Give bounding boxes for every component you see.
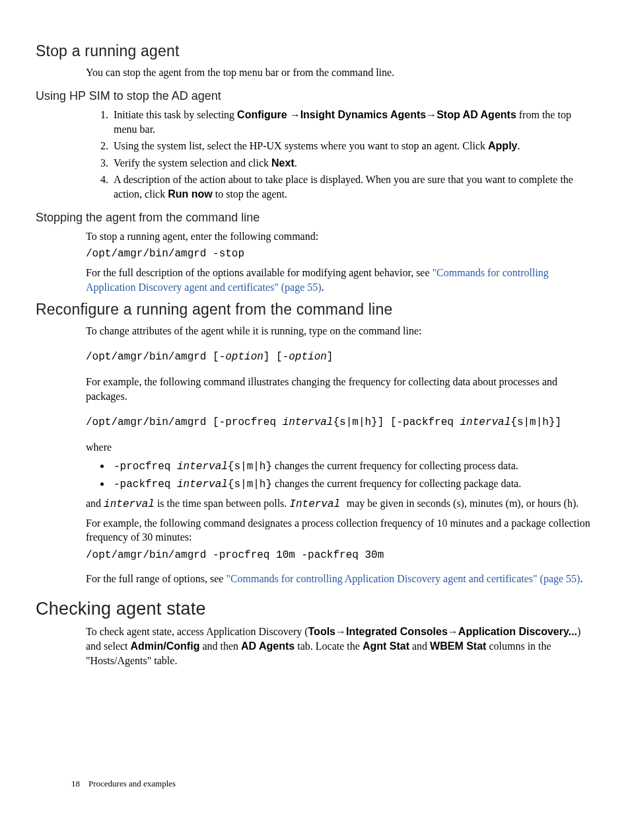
arrow-icon: →	[287, 109, 300, 120]
text: may be given in seconds (s), minutes (m)…	[347, 498, 578, 509]
arrow-icon: →	[448, 626, 458, 637]
menu-integrated-consoles: Integrated Consoles	[346, 626, 448, 637]
paragraph: and interval is the time span between po…	[86, 496, 594, 512]
code: {s|m|h}]	[510, 416, 561, 428]
text: Verify the system selection and click	[114, 157, 271, 169]
button-label-run-now: Run now	[168, 188, 213, 200]
code-placeholder: interval	[460, 416, 511, 428]
heading-stop-running-agent: Stop a running agent	[36, 41, 594, 61]
code: /opt/amgr/bin/amgrd [-	[86, 351, 225, 363]
text: is the time span between polls.	[155, 498, 289, 509]
paragraph: You can stop the agent from the top menu…	[86, 65, 594, 80]
menu-configure: Configure	[237, 109, 287, 120]
code-placeholder: Interval	[289, 498, 346, 510]
code-placeholder: interval	[104, 498, 155, 510]
paragraph: For example, the following command desig…	[86, 516, 594, 545]
code-command: /opt/amgr/bin/amgrd -procfreq 10m -packf…	[86, 549, 594, 563]
code: ]	[327, 351, 333, 363]
page-footer: 18 Procedures and examples	[71, 778, 176, 790]
text: To check agent state, access Application…	[86, 626, 308, 637]
button-label-next: Next	[271, 157, 295, 169]
text: For the full range of options, see	[86, 573, 226, 584]
text: .	[295, 157, 297, 169]
list-item: A description of the action about to tak…	[111, 172, 594, 201]
code: {s|m|h}] [-packfreq	[333, 416, 460, 428]
code: -packfreq	[114, 478, 177, 490]
menu-stop-ad-agents: Stop AD Agents	[437, 109, 516, 120]
text: and	[409, 640, 430, 652]
text: Initiate this task by selecting	[114, 109, 237, 120]
column-agnt-stat: Agnt Stat	[363, 640, 409, 652]
menu-insight-dynamics: Insight Dynamics Agents	[300, 109, 427, 120]
paragraph: For example, the following command illus…	[86, 375, 594, 403]
code-placeholder: interval	[177, 461, 228, 473]
code: /opt/amgr/bin/amgrd [-procfreq	[86, 416, 283, 428]
code: {s|m|h}	[228, 478, 272, 490]
footer-section: Procedures and examples	[88, 779, 176, 788]
heading-reconfigure-agent: Reconfigure a running agent from the com…	[36, 299, 594, 320]
code-placeholder: interval	[177, 478, 228, 490]
heading-using-hp-sim: Using HP SIM to stop the AD agent	[36, 88, 594, 104]
tab-ad-agents: AD Agents	[241, 640, 295, 652]
text: For the full description of the options …	[86, 267, 433, 278]
list-item: Verify the system selection and click Ne…	[111, 156, 594, 171]
list-item: -packfreq interval{s|m|h} changes the cu…	[111, 477, 594, 492]
list-item: -procfreq interval{s|m|h} changes the cu…	[111, 459, 594, 475]
tab-admin-config: Admin/Config	[131, 640, 200, 652]
paragraph: For the full range of options, see "Comm…	[86, 572, 594, 586]
arrow-icon: →	[335, 626, 346, 637]
text: .	[322, 282, 324, 293]
text: and	[86, 498, 104, 509]
code-example: /opt/amgr/bin/amgrd [-procfreq interval{…	[86, 414, 594, 430]
text: .	[517, 140, 520, 151]
code-command: /opt/amgr/bin/amgrd -stop	[86, 247, 594, 262]
code: {s|m|h}	[228, 461, 272, 473]
link-commands-page-55[interactable]: "Commands for controlling Application Di…	[226, 573, 580, 584]
text: and then	[199, 640, 241, 652]
list-item: Initiate this task by selecting Configur…	[111, 108, 594, 136]
text: changes the current frequency for collec…	[272, 478, 521, 489]
paragraph: To stop a running agent, enter the follo…	[86, 229, 594, 244]
menu-application-discovery: Application Discovery...	[458, 626, 577, 637]
text: tab. Locate the	[295, 640, 363, 652]
text: .	[580, 573, 582, 584]
code-syntax: /opt/amgr/bin/amgrd [-option] [-option]	[86, 349, 594, 365]
paragraph: For the full description of the options …	[86, 266, 594, 294]
page-number: 18	[71, 779, 80, 788]
code: -procfreq	[114, 461, 177, 473]
paragraph: where	[86, 440, 594, 455]
paragraph: To check agent state, access Application…	[86, 625, 594, 668]
arrow-icon: →	[426, 109, 437, 120]
unordered-list: -procfreq interval{s|m|h} changes the cu…	[86, 459, 594, 492]
column-wbem-stat: WBEM Stat	[430, 640, 486, 652]
code-placeholder: option	[289, 351, 327, 363]
code-placeholder: option	[225, 351, 263, 363]
paragraph: To change attributes of the agent while …	[86, 324, 594, 338]
code: ] [-	[263, 351, 289, 363]
code-placeholder: interval	[283, 416, 333, 428]
text: Using the system list, select the HP-UX …	[114, 140, 488, 151]
ordered-list: Initiate this task by selecting Configur…	[86, 108, 594, 202]
heading-checking-agent-state: Checking agent state	[36, 597, 594, 621]
text: changes the current frequency for collec…	[272, 460, 518, 471]
heading-stopping-cmd-line: Stopping the agent from the command line	[36, 210, 594, 225]
list-item: Using the system list, select the HP-UX …	[111, 139, 594, 153]
button-label-apply: Apply	[488, 140, 517, 151]
text: to stop the agent.	[213, 188, 287, 200]
menu-tools: Tools	[308, 626, 335, 637]
